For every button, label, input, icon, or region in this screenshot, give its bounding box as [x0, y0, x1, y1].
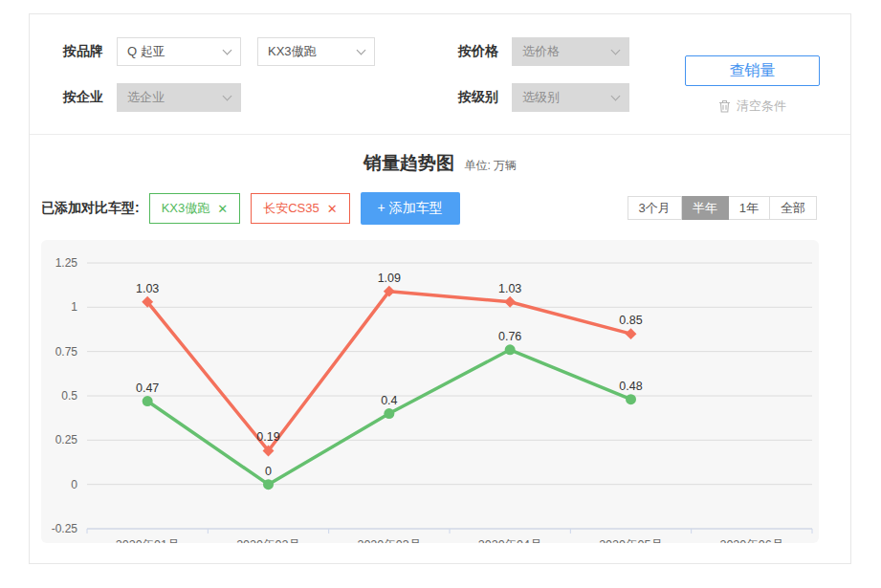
data-point-KX3傲跑[interactable] [384, 408, 394, 419]
add-model-button[interactable]: + 添加车型 [361, 192, 460, 225]
enterprise-filter-label: 按企业 [63, 89, 117, 106]
y-axis-label: 1.25 [55, 256, 78, 270]
compare-models-label: 已添加对比车型: [41, 200, 140, 217]
remove-tag-icon[interactable]: ✕ [327, 202, 338, 216]
value-label: 0.47 [136, 381, 159, 395]
x-axis-label: 2020年02月 [236, 538, 300, 543]
y-axis-label: 1 [71, 300, 77, 314]
brand-filter-label: 按品牌 [63, 43, 117, 60]
model-tag[interactable]: 长安CS35✕ [251, 193, 349, 224]
model-tag-label: 长安CS35 [263, 200, 319, 217]
chevron-down-icon [357, 45, 366, 54]
value-label: 0.48 [619, 380, 642, 393]
clear-filters-label: 清空条件 [737, 98, 786, 115]
chart-title: 销量趋势图 [363, 153, 454, 173]
chart-panel: -0.2500.250.50.7511.252020年01月2020年02月20… [41, 240, 819, 543]
range-button-3个月[interactable]: 3个月 [628, 196, 682, 220]
data-point-KX3傲跑[interactable] [505, 344, 516, 355]
x-axis-label: 2020年01月 [116, 538, 180, 543]
model-select[interactable]: KX3傲跑 [257, 37, 375, 66]
chevron-down-icon [611, 45, 621, 54]
enterprise-select-placeholder: 选企业 [127, 89, 165, 106]
y-axis-label: -0.25 [52, 522, 78, 535]
model-tag-list: KX3傲跑✕长安CS35✕ [149, 193, 350, 224]
chart-section: 销量趋势图 单位: 万辆 已添加对比车型: KX3傲跑✕长安CS35✕ + 添加… [30, 135, 850, 543]
range-button-半年[interactable]: 半年 [682, 196, 729, 220]
chart-title-row: 销量趋势图 单位: 万辆 [30, 150, 850, 177]
value-label: 0.85 [619, 314, 642, 327]
data-point-KX3傲跑[interactable] [143, 396, 153, 406]
data-point-KX3傲跑[interactable] [263, 479, 274, 490]
level-filter-label: 按级别 [458, 89, 512, 106]
price-select-placeholder: 选价格 [522, 43, 560, 60]
clear-filters-button[interactable]: 清空条件 [718, 98, 786, 115]
x-axis-label: 2020年06月 [719, 538, 783, 543]
model-tag-label: KX3傲跑 [162, 200, 210, 217]
x-axis-label: 2020年04月 [478, 538, 542, 543]
filter-actions: 查销量 清空条件 [685, 55, 820, 117]
price-filter-label: 按价格 [458, 43, 512, 60]
data-point-长安CS35[interactable] [504, 296, 516, 308]
value-label: 1.03 [498, 282, 521, 295]
app-container: 按品牌 Q 起亚 KX3傲跑 按价格 选价格 按企业 选企业 按级别 [29, 13, 851, 564]
value-label: 1.09 [378, 272, 401, 285]
value-label: 0.19 [256, 430, 279, 444]
value-label: 0.4 [381, 394, 397, 407]
sales-trend-chart: -0.2500.250.50.7511.252020年01月2020年02月20… [41, 240, 819, 543]
y-axis-label: 0.5 [61, 389, 77, 403]
brand-select-value: Q 起亚 [127, 43, 165, 60]
brand-select[interactable]: Q 起亚 [117, 37, 241, 66]
time-range-selector: 3个月半年1年全部 [628, 196, 817, 220]
filter-bar: 按品牌 Q 起亚 KX3傲跑 按价格 选价格 按企业 选企业 按级别 [30, 14, 850, 135]
x-axis-label: 2020年03月 [357, 538, 421, 543]
data-point-长安CS35[interactable] [626, 328, 637, 339]
range-button-全部[interactable]: 全部 [770, 196, 817, 220]
level-select-placeholder: 选级别 [522, 89, 560, 106]
price-select[interactable]: 选价格 [512, 37, 629, 66]
y-axis-label: 0 [71, 478, 77, 491]
chevron-down-icon [223, 91, 232, 100]
chart-unit-label: 单位: 万辆 [464, 159, 517, 172]
remove-tag-icon[interactable]: ✕ [217, 202, 228, 216]
y-axis-label: 0.25 [55, 433, 78, 446]
data-point-KX3傲跑[interactable] [626, 394, 636, 404]
level-select[interactable]: 选级别 [512, 83, 629, 112]
enterprise-select[interactable]: 选企业 [117, 83, 241, 112]
y-axis-label: 0.75 [55, 345, 78, 359]
model-select-value: KX3傲跑 [268, 43, 317, 60]
model-tag[interactable]: KX3傲跑✕ [149, 193, 240, 224]
value-label: 0.76 [498, 330, 521, 343]
chevron-down-icon [611, 91, 621, 100]
x-axis-label: 2020年05月 [599, 538, 663, 543]
chevron-down-icon [223, 45, 232, 54]
value-label: 0 [265, 465, 272, 478]
chart-controls-row: 已添加对比车型: KX3傲跑✕长安CS35✕ + 添加车型 3个月半年1年全部 [41, 192, 817, 225]
query-sales-button[interactable]: 查销量 [685, 55, 820, 86]
range-button-1年[interactable]: 1年 [729, 196, 770, 220]
value-label: 1.03 [136, 282, 159, 295]
trash-icon [718, 99, 731, 113]
